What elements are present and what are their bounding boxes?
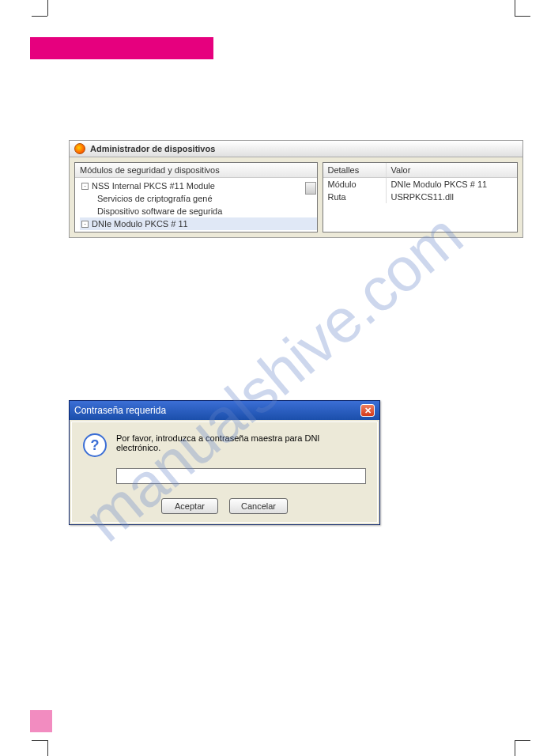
details-header-right: Valor [387,163,518,177]
dialog-message: Por favor, introduzca a contraseña maest… [116,433,366,452]
collapse-icon[interactable]: - [81,221,89,228]
tree-item-label: DNIe Modulo PKCS # 11 [92,219,188,229]
button-row: Aceptar Cancelar [83,498,366,514]
tree-item[interactable]: Dispositivo software de segurida [80,205,317,217]
window-title: Administrador de dispositivos [90,144,215,153]
details-row: Módulo DNIe Modulo PKCS # 11 [323,178,518,191]
dialog-titlebar: Contraseña requerida ✕ [70,401,379,420]
crop-mark [515,0,515,16]
close-button[interactable]: ✕ [360,404,375,417]
scrollbar-thumb[interactable] [305,182,316,195]
tree-item-label: NSS Internal PKCS #11 Module [92,181,215,191]
tree-item-selected[interactable]: - DNIe Modulo PKCS # 11 [80,217,317,230]
tree-item-label: Dispositivo software de segurida [97,206,222,216]
password-input[interactable] [116,468,366,484]
details-row: Ruta USRPKCS11.dll [323,191,518,203]
detail-value: USRPKCS11.dll [387,191,518,203]
collapse-icon[interactable]: - [81,183,89,190]
password-dialog: Contraseña requerida ✕ ? Por favor, intr… [69,400,380,525]
dialog-title: Contraseña requerida [74,405,166,416]
device-manager-window: Administrador de dispositivos Módulos de… [69,140,523,238]
tree-item[interactable]: Servicios de criptografía gené [80,192,317,205]
crop-mark [515,740,515,756]
crop-mark [47,740,48,756]
detail-value: DNIe Modulo PKCS # 11 [387,178,518,191]
message-row: ? Por favor, introduzca a contraseña mae… [83,433,366,457]
detail-key: Módulo [323,178,387,191]
header-bar [30,37,213,59]
crop-mark [47,0,48,16]
question-icon: ? [83,433,107,457]
details-header-left: Detalles [323,163,387,177]
tree-item-label: Servicios de criptografía gené [97,194,213,203]
firefox-icon [74,143,85,154]
accept-button[interactable]: Aceptar [161,498,218,514]
window-body: Módulos de seguridad y dispositivos - NS… [70,157,522,237]
tree-header: Módulos de seguridad y dispositivos [75,163,317,178]
window-titlebar: Administrador de dispositivos [70,141,522,157]
modules-tree-panel: Módulos de seguridad y dispositivos - NS… [74,162,318,232]
tree-list: - NSS Internal PKCS #11 Module Servicios… [75,178,317,232]
dialog-body: ? Por favor, introduzca a contraseña mae… [71,421,378,523]
cancel-button[interactable]: Cancelar [229,498,288,514]
page-corner-box [30,710,52,732]
detail-key: Ruta [323,191,387,203]
details-header: Detalles Valor [323,163,518,178]
details-panel: Detalles Valor Módulo DNIe Modulo PKCS #… [323,162,519,232]
close-icon: ✕ [364,406,372,416]
tree-item[interactable]: - NSS Internal PKCS #11 Module [80,180,317,192]
